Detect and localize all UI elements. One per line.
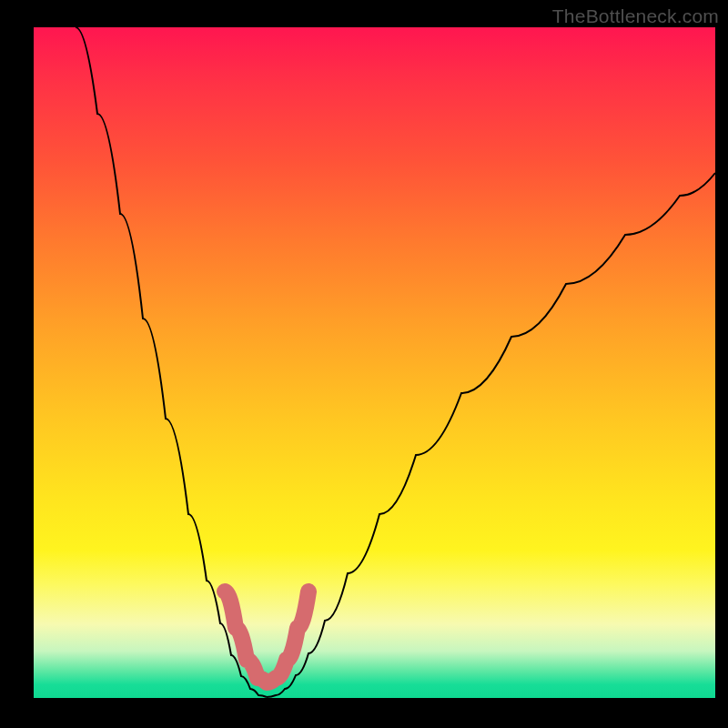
chart-svg [34, 27, 715, 698]
chart-frame: TheBottleneck.com [0, 0, 728, 728]
bottleneck-curve-right [267, 173, 715, 697]
watermark-text: TheBottleneck.com [552, 5, 719, 27]
bottleneck-curve-left [76, 27, 267, 697]
highlight-band [225, 592, 308, 682]
